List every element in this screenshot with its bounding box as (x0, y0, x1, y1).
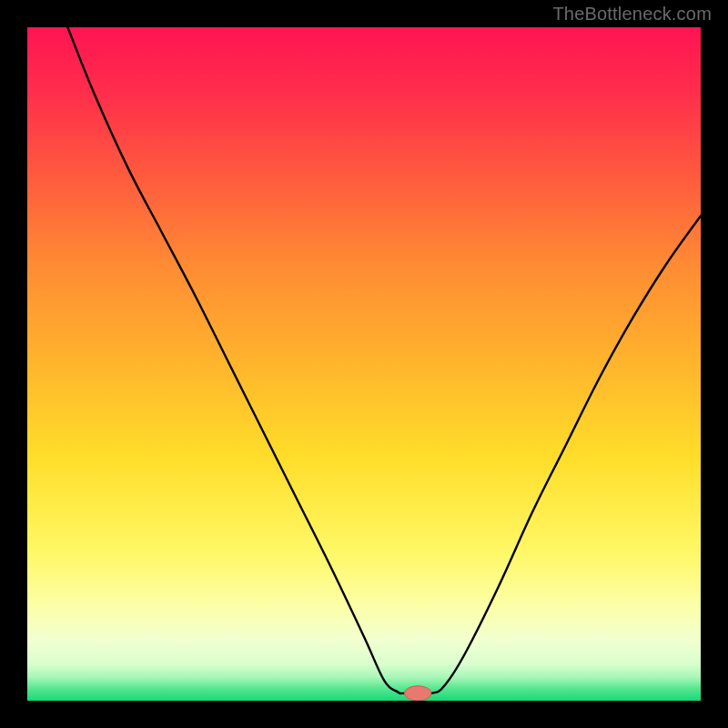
chart-frame: TheBottleneck.com (0, 0, 728, 728)
watermark-text: TheBottleneck.com (552, 4, 712, 25)
bottleneck-chart (27, 27, 701, 701)
gradient-background (27, 27, 701, 701)
optimal-point-marker (404, 686, 431, 701)
plot-area (27, 27, 701, 701)
